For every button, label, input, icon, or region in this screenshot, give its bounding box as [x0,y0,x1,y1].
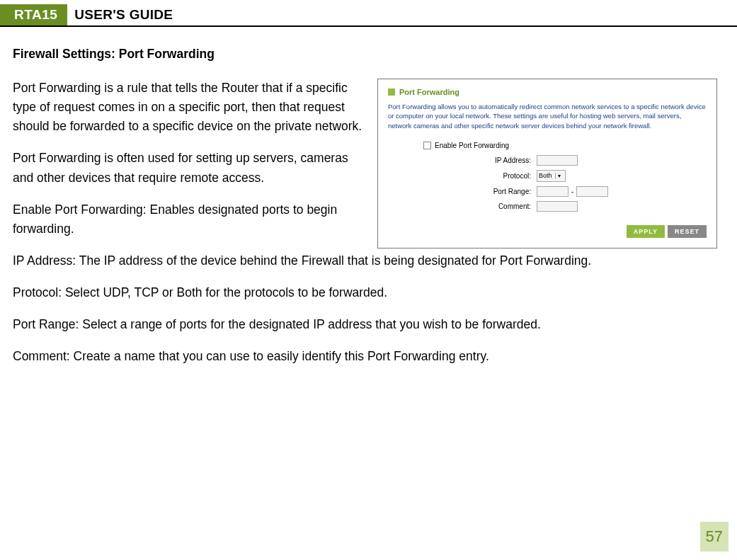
paragraph-1: Port Forwarding is a rule that tells the… [13,79,367,136]
paragraph-5: Protocol: Select UDP, TCP or Both for th… [13,283,717,302]
paragraph-2: Port Forwarding is often used for settin… [13,149,367,187]
pf-description: Port Forwarding allows you to automatica… [388,102,707,130]
paragraph-4: IP Address: The IP address of the device… [13,251,717,270]
pf-heading: Port Forwarding [388,88,707,96]
product-badge: RTA15 [0,4,67,25]
protocol-select[interactable]: Both ▾ [537,170,566,182]
port-to-input[interactable] [576,186,608,197]
paragraph-6: Port Range: Select a range of ports for … [13,315,717,334]
protocol-label: Protocol: [423,172,537,180]
comment-input[interactable] [537,201,578,212]
comment-label: Comment: [423,202,537,210]
apply-button[interactable]: APPLY [627,225,665,238]
section-title: Firewall Settings: Port Forwarding [13,47,717,62]
protocol-value: Both [539,172,552,179]
enable-label: Enable Port Forwarding [435,142,509,149]
ip-label: IP Address: [423,156,537,164]
paragraph-3: Enable Port Forwarding: Enables designat… [13,200,367,239]
port-from-input[interactable] [537,186,569,197]
ui-screenshot: Port Forwarding Port Forwarding allows y… [377,79,717,248]
ip-input[interactable] [537,155,578,166]
range-dash: - [571,188,573,195]
header-bar: RTA15 USER'S GUIDE [0,4,737,27]
square-bullet-icon [388,88,395,96]
enable-checkbox[interactable] [423,142,431,149]
paragraph-7: Comment: Create a name that you can use … [13,347,717,366]
port-range-label: Port Range: [423,188,537,195]
doc-title: USER'S GUIDE [67,4,173,25]
chevron-down-icon: ▾ [555,173,564,179]
reset-button[interactable]: RESET [668,225,707,238]
pf-heading-text: Port Forwarding [399,88,459,96]
page-number: 57 [700,522,729,552]
enable-row: Enable Port Forwarding [423,142,707,149]
